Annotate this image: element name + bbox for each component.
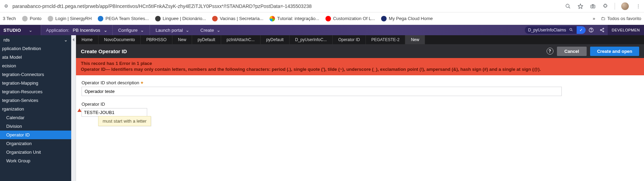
bookmark-item[interactable]: Ponto <box>22 16 41 21</box>
cancel-button[interactable]: Cancel <box>557 47 587 56</box>
profile-avatar[interactable] <box>621 2 629 10</box>
create-and-open-button[interactable]: Create and open <box>590 47 639 56</box>
favicon-icon <box>269 16 275 21</box>
search-icon <box>569 28 573 33</box>
sidebar-item[interactable]: ata Model <box>0 53 71 61</box>
menu-create[interactable]: Create⌄ <box>195 28 226 33</box>
studio-label: STUDIO <box>3 28 21 33</box>
svg-line-12 <box>601 29 603 30</box>
extensions-icon[interactable] <box>602 3 608 9</box>
tab-item[interactable]: D_pyUserInfoC... <box>290 35 333 44</box>
bookmark-item[interactable]: Linguee | Dicionário... <box>155 16 206 21</box>
menu-configure[interactable]: Configure⌄ <box>113 28 150 33</box>
chevron-down-icon: ⌄ <box>186 28 189 33</box>
bookmark-label: Customization Of L... <box>333 16 375 21</box>
svg-marker-2 <box>578 4 583 8</box>
sidebar-subitem-organization[interactable]: Organization <box>0 139 71 148</box>
bookmark-item[interactable]: PEGA Team Stories... <box>98 16 149 21</box>
bookmark-label: Login | SinergyRH <box>55 16 92 21</box>
favicon-icon <box>22 16 28 21</box>
svg-point-11 <box>603 31 604 32</box>
sidebar-subitem-division[interactable]: Division <box>0 122 71 131</box>
sidebar-item[interactable]: tegration-Connectors <box>0 70 71 79</box>
svg-point-0 <box>566 4 569 7</box>
bookmark-item[interactable]: Vacinas | Secretaria... <box>212 16 263 21</box>
tab-item[interactable]: pyDefault <box>261 35 290 44</box>
sidebar-subitem-calendar[interactable]: Calendar <box>0 113 71 122</box>
operator-id-input[interactable] <box>82 108 147 117</box>
sidebar-header-label: rds <box>3 37 10 42</box>
sidebar-subitem-work-group[interactable]: Work Group <box>0 156 71 165</box>
chrome-menu-icon[interactable]: ⋮ <box>635 3 641 9</box>
splitter-handle[interactable] <box>71 35 76 181</box>
tab-item[interactable]: pyDefault <box>192 35 221 44</box>
site-settings-icon[interactable]: ⚙ <box>3 3 10 9</box>
bookmark-label: Ponto <box>30 16 41 21</box>
tab-item-active[interactable]: New <box>405 35 425 44</box>
sidebar-item[interactable]: tegration-Services <box>0 96 71 105</box>
bookmark-item[interactable]: Tutorial: integração... <box>269 16 319 21</box>
sidebar-section-header[interactable]: rds ⌄ <box>0 35 71 44</box>
top-search[interactable]: D_pyUserInfoClaims <box>525 26 577 34</box>
workspace-tabstrip: Home NovoDocumento PBRHSSO New pyDefault… <box>76 35 644 44</box>
field-label: Operator ID short description ★ <box>82 80 638 85</box>
environment-label: DEVELOPMEN <box>612 28 640 32</box>
application-switcher[interactable]: Application: PB Incentivos ⌄ <box>41 28 112 33</box>
help-icon[interactable]: ? <box>547 48 553 55</box>
folder-icon: 🗀 <box>601 16 605 21</box>
bookmarks-overflow-icon[interactable]: » <box>593 16 595 21</box>
svg-line-13 <box>601 30 603 31</box>
tab-home[interactable]: Home <box>76 35 98 44</box>
tab-item[interactable]: PEGATESTE-2 <box>366 35 406 44</box>
sidebar-subitem-organization-unit[interactable]: Organization Unit <box>0 148 71 156</box>
sidebar-item[interactable]: rganization <box>0 105 71 113</box>
bookmark-item[interactable]: 3 Tech <box>3 16 16 21</box>
divider <box>615 3 615 10</box>
checkmark-badge[interactable]: ✓ <box>577 26 586 34</box>
zoom-icon[interactable] <box>565 3 571 9</box>
bookmark-label: PEGA Team Stories... <box>105 16 149 21</box>
help-icon[interactable] <box>586 25 597 35</box>
svg-line-6 <box>571 30 572 31</box>
bookmark-label: Linguee | Dicionário... <box>163 16 206 21</box>
records-sidebar: rds ⌄ pplication Definition ata Model ec… <box>0 35 71 181</box>
tab-item[interactable]: NovoDocumento <box>98 35 141 44</box>
tab-item[interactable]: New <box>172 35 192 44</box>
pega-top-bar: STUDIO ⌄ Application: PB Incentivos ⌄ Co… <box>0 25 644 35</box>
menu-launch-portal[interactable]: Launch portal⌄ <box>150 28 195 33</box>
sidebar-item[interactable]: tegration-Mapping <box>0 79 71 87</box>
favicon-icon <box>155 16 161 21</box>
tab-item[interactable]: Operator ID <box>333 35 366 44</box>
required-icon: ★ <box>140 80 144 85</box>
chevron-down-icon: ⌄ <box>140 28 144 33</box>
tab-item[interactable]: pzInitAttachC... <box>221 35 261 44</box>
sidebar-item[interactable]: ecision <box>0 61 71 70</box>
menu-label: Launch portal <box>155 28 183 33</box>
tab-item[interactable]: PBRHSSO <box>141 35 172 44</box>
bookmark-folder[interactable]: 🗀Todos os favorito <box>601 16 641 21</box>
chrome-actions: ⋮ <box>565 2 641 10</box>
bookmark-label: Vacinas | Secretaria... <box>220 16 263 21</box>
menu-label: Create <box>200 28 214 33</box>
svg-point-8 <box>591 31 591 31</box>
application-name: PB Incentivos <box>73 28 100 33</box>
url-text[interactable]: paranabanco-prncld-dt1.pega.net/prweb/ap… <box>12 3 562 9</box>
studio-switcher[interactable]: STUDIO ⌄ <box>0 25 41 35</box>
browser-url-bar: ⚙ paranabanco-prncld-dt1.pega.net/prweb/… <box>0 0 644 12</box>
share-icon[interactable] <box>597 25 608 35</box>
field-operator-id: Operator ID must start with a letter <box>82 102 638 117</box>
camera-icon[interactable] <box>590 3 596 9</box>
bookmark-item[interactable]: Customization Of L... <box>325 16 375 21</box>
error-summary: This record has 1 Error in 1 place <box>81 61 639 66</box>
environment-badge: DEVELOPMEN <box>608 25 644 35</box>
favicon-icon <box>212 16 218 21</box>
bookmark-star-icon[interactable] <box>577 3 584 9</box>
short-description-input[interactable] <box>82 87 562 96</box>
sidebar-item[interactable]: pplication Definition <box>0 44 71 53</box>
rule-header: Create Operator ID ? Cancel Create and o… <box>76 44 644 58</box>
bookmark-item[interactable]: Login | SinergyRH <box>48 16 92 21</box>
bookmark-item[interactable]: My Pega Cloud Home <box>381 16 433 21</box>
svg-line-1 <box>569 7 570 8</box>
sidebar-subitem-operator-id[interactable]: Operator ID <box>0 131 71 139</box>
sidebar-item[interactable]: tegration-Resources <box>0 87 71 96</box>
